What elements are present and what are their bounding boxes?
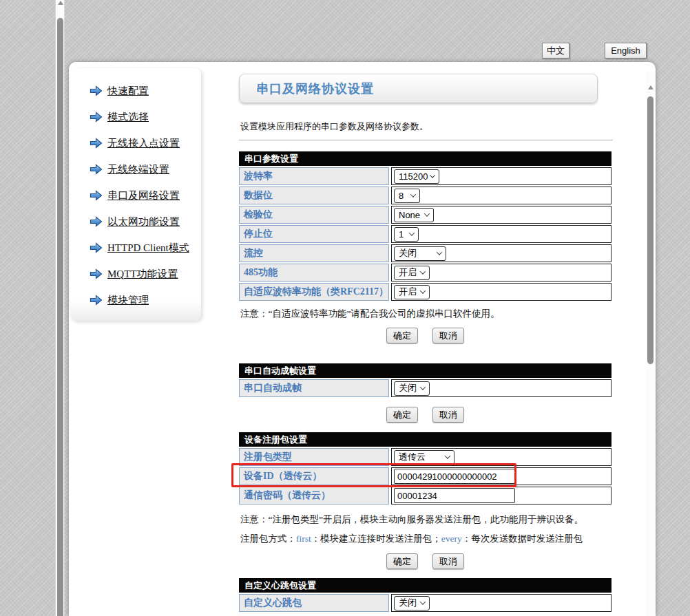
language-english-button[interactable]: English [605,43,647,59]
page-title: 串口及网络协议设置 [256,81,374,97]
right-scrollbar[interactable] [646,72,656,616]
sidebar-link[interactable]: MQTT功能设置 [107,268,178,281]
row-label: 自定义心跳包 [239,594,389,612]
sidebar-link[interactable]: 模式选择 [107,111,149,124]
table-row: 数据位 8 [239,187,611,204]
sidebar-item-mode-select[interactable]: 模式选择 [70,104,201,130]
note-text: ：每次发送数据时发送注册包 [462,533,583,544]
row-value-cell: 115200 [391,167,611,185]
sidebar-item-mqtt[interactable]: MQTT功能设置 [70,261,201,287]
section-header: 自定义心跳包设置 [239,578,611,593]
select-value: 1 [399,229,404,240]
rs485-select[interactable]: 开启 [394,266,430,280]
section-header: 串口自动成帧设置 [239,363,611,378]
arrow-right-icon [90,138,103,149]
chevron-down-icon [430,172,435,178]
row-label: 波特率 [239,167,389,185]
row-value-cell [391,487,611,505]
sidebar-link[interactable]: 以太网功能设置 [107,215,180,229]
chevron-down-icon [445,453,450,458]
auto-frame-table: 串口自动成帧设置 串口自动成帧 关闭 [239,363,611,399]
ok-button[interactable]: 确定 [386,328,418,343]
comm-password-input[interactable] [394,488,515,503]
register-packet-table: 设备注册包设置 注册包类型 透传云 设备ID（透传云） 通信密码（透传云） [239,432,611,506]
register-note-1: 注意：“注册包类型”开启后，模块主动向服务器发送注册包，此功能用于辨识设备。 [240,513,583,526]
ok-button[interactable]: 确定 [386,553,418,569]
arrow-right-icon [90,242,103,253]
cancel-button[interactable]: 取消 [432,553,464,569]
row-value-cell: 关闭 [391,244,611,262]
sidebar-item-serial-network[interactable]: 串口及网络设置 [70,182,201,209]
row-value-cell: 8 [391,187,611,204]
adaptive-baud-select[interactable]: 开启 [394,285,430,299]
row-label: 数据位 [239,187,389,204]
row-value-cell: 关闭 [391,379,611,397]
chevron-down-icon [410,191,416,197]
table-row-device-id: 设备ID（透传云） [239,467,611,485]
row-label: 注册包类型 [239,448,389,466]
device-id-input[interactable] [394,469,515,484]
language-chinese-button[interactable]: 中文 [542,43,569,59]
register-type-select[interactable]: 透传云 [394,450,454,465]
row-value-cell: 开启 [391,283,611,301]
chevron-down-icon [420,599,426,604]
arrow-right-icon [90,85,103,96]
left-scrollbar-thumb[interactable] [57,18,63,616]
row-label: 通信密码（透传云） [239,487,389,505]
arrow-right-icon [90,268,103,279]
select-value: 关闭 [399,597,417,609]
select-value: 关闭 [399,382,417,394]
table-row: 通信密码（透传云） [239,487,611,505]
table-row: 自定义心跳包 关闭 [239,594,611,612]
sidebar-item-ethernet[interactable]: 以太网功能设置 [70,209,201,235]
scroll-up-icon[interactable] [58,1,63,5]
chevron-down-icon [424,211,430,216]
sidebar-link[interactable]: 模块管理 [107,294,149,307]
sidebar-link[interactable]: 无线终端设置 [107,163,169,176]
select-value: 8 [399,191,404,201]
register-buttons: 确定 取消 [239,553,611,569]
row-value-cell [391,467,611,485]
left-scrollbar[interactable] [55,0,65,616]
note-keyword: every [441,533,462,544]
row-value-cell: 1 [391,225,611,243]
right-scrollbar-thumb[interactable] [647,96,654,364]
row-label: 设备ID（透传云） [239,467,389,485]
row-value-cell: 透传云 [391,448,611,466]
chevron-down-icon [420,384,426,390]
sidebar-item-quick-config[interactable]: 快速配置 [70,78,201,104]
table-row: 停止位 1 [239,225,611,243]
serial-params-buttons: 确定 取消 [239,328,611,343]
stop-bits-select[interactable]: 1 [394,227,419,242]
content-card: 快速配置 模式选择 无线接入点设置 无线终端设置 串口及网络设置 以太网功能设置… [69,62,656,616]
select-value: 关闭 [399,247,417,259]
heartbeat-select[interactable]: 关闭 [394,596,430,610]
flow-control-select[interactable]: 关闭 [394,246,446,261]
table-row: 串口自动成帧 关闭 [239,379,611,397]
scroll-up-icon[interactable] [648,85,654,89]
row-value-cell: 关闭 [391,594,611,612]
auto-frame-select[interactable]: 关闭 [394,381,430,396]
row-label: 串口自动成帧 [239,379,389,397]
sidebar-item-httpd-client[interactable]: HTTPD Client模式 [70,235,201,261]
arrow-right-icon [90,295,103,306]
sidebar-link[interactable]: 快速配置 [107,85,149,98]
select-value: None [399,210,420,220]
sidebar-item-module-manage[interactable]: 模块管理 [70,287,201,313]
register-note-2: 注册包方式：first：模块建立连接时发送注册包；every：每次发送数据时发送… [240,533,583,545]
baud-rate-select[interactable]: 115200 [394,169,439,184]
sidebar-item-wireless-sta[interactable]: 无线终端设置 [70,156,201,182]
table-row: 检验位 None [239,206,611,224]
cancel-button[interactable]: 取消 [432,407,464,423]
parity-select[interactable]: None [394,208,434,222]
table-row: 波特率 115200 [239,167,611,185]
sidebar-link[interactable]: 串口及网络设置 [107,189,180,202]
data-bits-select[interactable]: 8 [394,189,420,203]
ok-button[interactable]: 确定 [386,407,418,423]
sidebar-link[interactable]: HTTPD Client模式 [107,242,189,255]
sidebar-link[interactable]: 无线接入点设置 [107,137,180,150]
select-value: 开启 [399,266,417,279]
cancel-button[interactable]: 取消 [432,328,464,343]
sidebar-item-wireless-ap[interactable]: 无线接入点设置 [70,130,201,156]
select-value: 开启 [399,286,417,298]
